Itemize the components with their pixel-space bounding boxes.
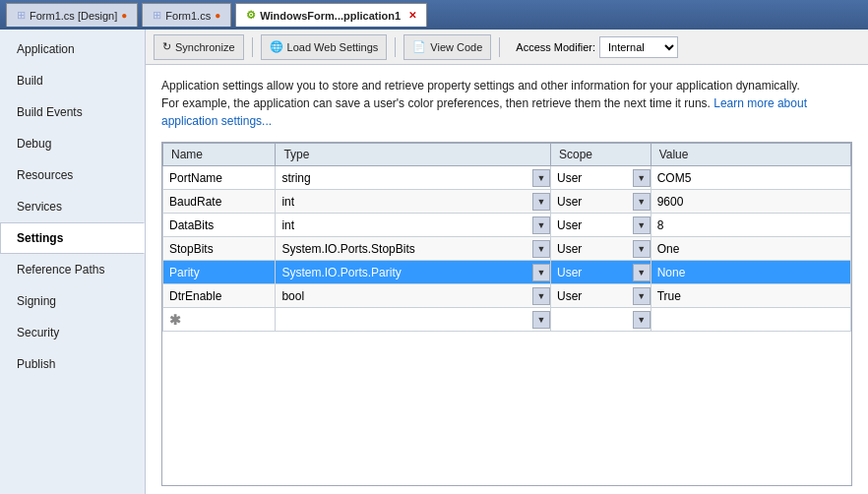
load-web-settings-label: Load Web Settings — [287, 41, 379, 53]
table-row[interactable]: PortNamestring▼User▼COM5 — [163, 166, 851, 190]
scope-dropdown-btn-4[interactable]: ▼ — [633, 264, 651, 281]
col-header-name: Name — [163, 144, 276, 166]
col-header-value: Value — [651, 144, 850, 166]
cell-name-5: DtrEnable — [163, 284, 276, 308]
table-row[interactable]: DtrEnablebool▼User▼True — [163, 284, 851, 308]
title-bar: ⊞ Form1.cs [Design] ● ⊞ Form1.cs ● ⚙ Win… — [0, 0, 868, 30]
cell-type-0[interactable]: string▼ — [276, 166, 551, 190]
cell-scope-2[interactable]: User▼ — [550, 214, 651, 237]
view-code-icon: 📄 — [412, 40, 426, 53]
cell-scope-3[interactable]: User▼ — [550, 237, 651, 261]
scope-dropdown-btn-1[interactable]: ▼ — [633, 193, 651, 211]
new-row-scope-dropdown[interactable]: ▼ — [633, 311, 651, 329]
description: Application settings allow you to store … — [146, 65, 835, 138]
new-row-scope[interactable]: ▼ — [550, 308, 651, 332]
cell-value-3: One — [651, 237, 850, 261]
cell-type-3[interactable]: System.IO.Ports.StopBits▼ — [276, 237, 551, 261]
main-container: Application Build Build Events Debug Res… — [0, 30, 868, 494]
form1-design-dot: ● — [121, 10, 127, 21]
table-row[interactable]: BaudRateint▼User▼9600 — [163, 190, 851, 214]
type-dropdown-btn-1[interactable]: ▼ — [532, 193, 550, 211]
form1-design-icon: ⊞ — [17, 9, 26, 22]
table-header-row: Name Type Scope Value — [163, 144, 851, 166]
sidebar-item-build-events[interactable]: Build Events — [0, 96, 145, 128]
new-row[interactable]: ✱▼▼ — [163, 308, 851, 332]
settings-table: Name Type Scope Value PortNamestring▼Use… — [162, 143, 851, 332]
scope-dropdown-btn-3[interactable]: ▼ — [633, 240, 651, 258]
access-modifier-select[interactable]: Internal Public Friend — [599, 36, 678, 58]
cell-name-3: StopBits — [163, 237, 276, 261]
tab-app-settings[interactable]: ⚙ WindowsForm...pplication1 ✕ — [235, 3, 427, 27]
type-dropdown-btn-3[interactable]: ▼ — [532, 240, 550, 258]
tab-form1-cs[interactable]: ⊞ Form1.cs ● — [142, 3, 231, 27]
sidebar-item-signing[interactable]: Signing — [0, 285, 145, 317]
tab-close-btn[interactable]: ✕ — [408, 10, 416, 21]
synchronize-icon: ↻ — [162, 40, 171, 53]
type-dropdown-btn-5[interactable]: ▼ — [532, 287, 550, 305]
new-row-indicator: ✱ — [163, 308, 276, 332]
cell-value-2: 8 — [651, 214, 850, 237]
cell-scope-4[interactable]: User▼ — [550, 261, 651, 284]
cell-type-2[interactable]: int▼ — [276, 214, 551, 237]
synchronize-label: Synchronize — [175, 41, 235, 53]
sidebar-item-build[interactable]: Build — [0, 65, 145, 96]
cell-name-1: BaudRate — [163, 190, 276, 214]
scope-dropdown-btn-0[interactable]: ▼ — [633, 169, 651, 187]
table-row[interactable]: StopBitsSystem.IO.Ports.StopBits▼User▼On… — [163, 237, 851, 261]
settings-table-container: Name Type Scope Value PortNamestring▼Use… — [161, 142, 852, 486]
type-dropdown-btn-0[interactable]: ▼ — [532, 169, 550, 187]
sidebar-item-resources[interactable]: Resources — [0, 159, 145, 191]
access-modifier-label: Access Modifier: — [516, 41, 595, 53]
view-code-button[interactable]: 📄 View Code — [403, 34, 491, 60]
cell-type-4[interactable]: System.IO.Ports.Parity▼ — [276, 261, 551, 284]
cell-name-2: DataBits — [163, 214, 276, 237]
col-header-scope: Scope — [550, 144, 651, 166]
scope-dropdown-btn-5[interactable]: ▼ — [633, 287, 651, 305]
form1-cs-icon: ⊞ — [153, 9, 161, 22]
cell-scope-5[interactable]: User▼ — [550, 284, 651, 308]
toolbar: ↻ Synchronize 🌐 Load Web Settings 📄 View… — [146, 30, 868, 65]
cell-value-1: 9600 — [651, 190, 850, 214]
new-row-type[interactable]: ▼ — [276, 308, 551, 332]
cell-value-5: True — [651, 284, 850, 308]
toolbar-separator-3 — [499, 37, 500, 57]
form1-cs-dot: ● — [215, 10, 220, 21]
synchronize-button[interactable]: ↻ Synchronize — [154, 34, 244, 60]
new-row-type-dropdown[interactable]: ▼ — [532, 311, 550, 329]
cell-type-5[interactable]: bool▼ — [276, 284, 551, 308]
sidebar-item-services[interactable]: Services — [0, 191, 145, 222]
cell-value-0: COM5 — [651, 166, 850, 190]
cell-name-4: Parity — [163, 261, 276, 284]
type-dropdown-btn-4[interactable]: ▼ — [532, 264, 550, 281]
col-header-type: Type — [276, 144, 551, 166]
app-settings-icon: ⚙ — [246, 9, 256, 22]
cell-scope-1[interactable]: User▼ — [550, 190, 651, 214]
view-code-label: View Code — [430, 41, 482, 53]
description-text: Application settings allow you to store … — [161, 79, 800, 110]
cell-value-4: None — [651, 261, 850, 284]
load-web-settings-icon: 🌐 — [270, 40, 283, 53]
type-dropdown-btn-2[interactable]: ▼ — [532, 216, 550, 234]
toolbar-separator-2 — [395, 37, 396, 57]
table-row[interactable]: ParitySystem.IO.Ports.Parity▼User▼None — [163, 261, 851, 284]
form1-design-label: Form1.cs [Design] — [30, 10, 117, 22]
sidebar-item-publish[interactable]: Publish — [0, 348, 145, 380]
cell-name-0: PortName — [163, 166, 276, 190]
new-row-value — [651, 308, 850, 332]
toolbar-separator-1 — [252, 37, 253, 57]
form1-cs-label: Form1.cs — [165, 10, 211, 22]
scope-dropdown-btn-2[interactable]: ▼ — [633, 216, 651, 234]
sidebar-item-debug[interactable]: Debug — [0, 128, 145, 159]
table-row[interactable]: DataBitsint▼User▼8 — [163, 214, 851, 237]
content-area: ↻ Synchronize 🌐 Load Web Settings 📄 View… — [146, 30, 868, 494]
sidebar-item-settings[interactable]: Settings — [0, 222, 145, 254]
sidebar-item-application[interactable]: Application — [0, 33, 145, 65]
app-settings-label: WindowsForm...pplication1 — [260, 10, 401, 22]
sidebar-item-security[interactable]: Security — [0, 317, 145, 348]
sidebar-item-reference-paths[interactable]: Reference Paths — [0, 254, 145, 285]
cell-scope-0[interactable]: User▼ — [550, 166, 651, 190]
tab-form1-design[interactable]: ⊞ Form1.cs [Design] ● — [6, 3, 138, 27]
load-web-settings-button[interactable]: 🌐 Load Web Settings — [261, 34, 388, 60]
sidebar: Application Build Build Events Debug Res… — [0, 30, 146, 494]
cell-type-1[interactable]: int▼ — [276, 190, 551, 214]
